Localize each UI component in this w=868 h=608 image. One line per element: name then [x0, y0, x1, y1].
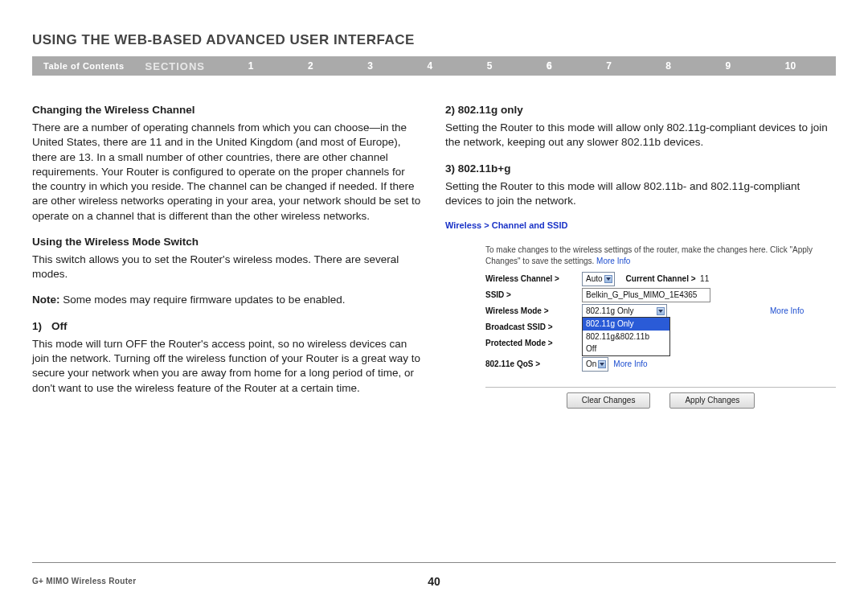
- label-wireless-channel: Wireless Channel >: [485, 273, 582, 285]
- option-g-only: 2) 802.11g only: [445, 103, 836, 117]
- footer-model: G+ MIMO Wireless Router: [32, 577, 136, 585]
- nav-item-5[interactable]: 5: [487, 60, 493, 72]
- nav-item-2[interactable]: 2: [308, 60, 313, 72]
- para-mode-switch: This switch allows you to set the Router…: [32, 253, 423, 281]
- para-bg: Setting the Router to this mode will all…: [445, 179, 836, 208]
- qos-more-info-link[interactable]: More Info: [613, 359, 647, 370]
- para-off: This mode will turn OFF the Router's acc…: [32, 337, 423, 396]
- select-qos[interactable]: On: [582, 357, 608, 372]
- mode-more-info-link[interactable]: More Info: [770, 306, 804, 317]
- label-qos: 802.11e QoS >: [485, 359, 582, 370]
- para-g-only: Setting the Router to this mode will all…: [445, 121, 836, 150]
- ui-breadcrumb[interactable]: Wireless > Channel and SSID: [445, 220, 836, 232]
- router-ui-screenshot: Wireless > Channel and SSID To make chan…: [445, 220, 836, 408]
- label-wireless-mode: Wireless Mode >: [485, 306, 582, 317]
- section-nav: Table of Contents SECTIONS 1 2 3 4 5 6 7…: [32, 56, 836, 76]
- option-off-num: 1): [32, 319, 51, 334]
- value-current-channel: 11: [700, 274, 709, 283]
- para-channel: There are a number of operating channels…: [32, 121, 423, 224]
- label-broadcast-ssid: Broadcast SSID >: [485, 322, 582, 333]
- nav-toc[interactable]: Table of Contents: [32, 61, 136, 71]
- left-column: Changing the Wireless Channel There are …: [32, 103, 423, 409]
- mode-option-bg[interactable]: 802.11g&802.11b: [583, 331, 669, 343]
- mode-option-g-only[interactable]: 802.11g Only: [583, 318, 669, 331]
- page-number: 40: [428, 575, 440, 588]
- note-label: Note:: [32, 294, 60, 306]
- wireless-mode-dropdown[interactable]: 802.11g Only 802.11g&802.11b Off: [582, 317, 670, 356]
- input-ssid[interactable]: Belkin_G_Plus_MIMO_1E4365: [582, 288, 710, 302]
- apply-changes-button[interactable]: Apply Changes: [669, 392, 755, 409]
- label-protected-mode: Protected Mode >: [485, 338, 582, 349]
- nav-item-10[interactable]: 10: [785, 60, 796, 72]
- nav-item-9[interactable]: 9: [726, 60, 731, 72]
- mode-option-off[interactable]: Off: [583, 343, 669, 355]
- note-text: Some modes may require firmware updates …: [60, 294, 346, 306]
- option-off-label: Off: [51, 320, 68, 332]
- nav-item-3[interactable]: 3: [367, 60, 373, 72]
- nav-item-7[interactable]: 7: [606, 60, 612, 72]
- clear-changes-button[interactable]: Clear Changes: [567, 392, 651, 409]
- nav-item-6[interactable]: 6: [547, 60, 552, 72]
- nav-item-4[interactable]: 4: [427, 60, 432, 72]
- nav-section-numbers: 1 2 3 4 5 6 7 8 9 10: [221, 60, 836, 72]
- nav-sections-label: SECTIONS: [136, 60, 221, 72]
- footer-rule: [32, 562, 836, 563]
- right-column: 2) 802.11g only Setting the Router to th…: [445, 103, 836, 409]
- ui-description: To make changes to the wireless settings…: [485, 244, 836, 266]
- option-off: 1)Off: [32, 319, 423, 334]
- label-current-channel: Current Channel >: [626, 274, 696, 283]
- heading-mode-switch: Using the Wireless Mode Switch: [32, 235, 423, 249]
- nav-item-8[interactable]: 8: [665, 60, 671, 72]
- heading-changing-channel: Changing the Wireless Channel: [32, 103, 423, 117]
- select-wireless-channel[interactable]: Auto: [582, 272, 615, 286]
- option-bg: 3) 802.11b+g: [445, 162, 836, 176]
- page-title: USING THE WEB-BASED ADVANCED USER INTERF…: [32, 32, 836, 48]
- note: Note: Some modes may require firmware up…: [32, 293, 423, 307]
- ui-more-info-link[interactable]: More Info: [596, 257, 630, 265]
- label-ssid: SSID >: [485, 290, 582, 301]
- nav-item-1[interactable]: 1: [248, 60, 254, 72]
